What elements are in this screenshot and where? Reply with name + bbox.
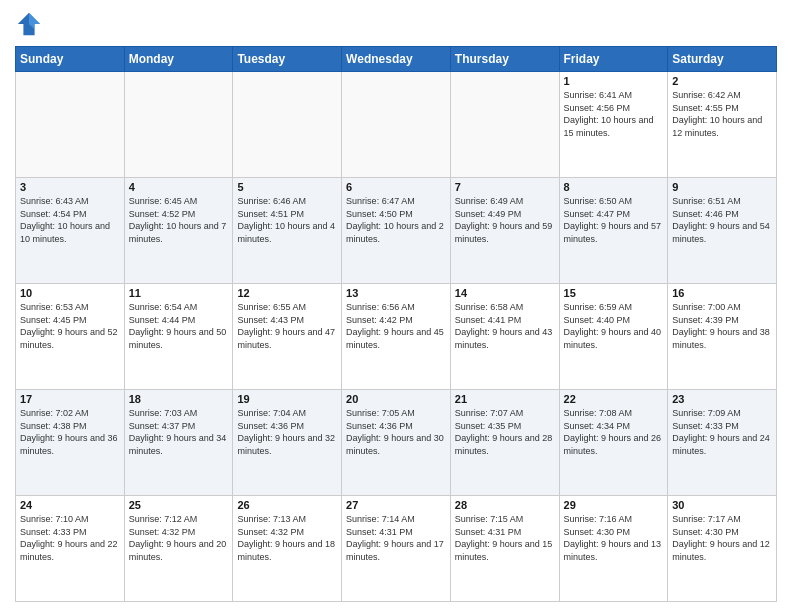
calendar-cell (233, 72, 342, 178)
day-info: Sunrise: 7:08 AM Sunset: 4:34 PM Dayligh… (564, 407, 664, 457)
calendar-cell: 7Sunrise: 6:49 AM Sunset: 4:49 PM Daylig… (450, 178, 559, 284)
day-info: Sunrise: 6:49 AM Sunset: 4:49 PM Dayligh… (455, 195, 555, 245)
calendar-cell: 26Sunrise: 7:13 AM Sunset: 4:32 PM Dayli… (233, 496, 342, 602)
day-number: 28 (455, 499, 555, 511)
day-number: 26 (237, 499, 337, 511)
calendar-cell: 22Sunrise: 7:08 AM Sunset: 4:34 PM Dayli… (559, 390, 668, 496)
calendar-cell: 30Sunrise: 7:17 AM Sunset: 4:30 PM Dayli… (668, 496, 777, 602)
day-info: Sunrise: 7:07 AM Sunset: 4:35 PM Dayligh… (455, 407, 555, 457)
calendar-cell (124, 72, 233, 178)
day-number: 6 (346, 181, 446, 193)
day-info: Sunrise: 7:17 AM Sunset: 4:30 PM Dayligh… (672, 513, 772, 563)
day-info: Sunrise: 6:46 AM Sunset: 4:51 PM Dayligh… (237, 195, 337, 245)
calendar-cell: 24Sunrise: 7:10 AM Sunset: 4:33 PM Dayli… (16, 496, 125, 602)
calendar-cell: 21Sunrise: 7:07 AM Sunset: 4:35 PM Dayli… (450, 390, 559, 496)
day-info: Sunrise: 6:43 AM Sunset: 4:54 PM Dayligh… (20, 195, 120, 245)
calendar-cell: 16Sunrise: 7:00 AM Sunset: 4:39 PM Dayli… (668, 284, 777, 390)
day-number: 19 (237, 393, 337, 405)
day-info: Sunrise: 7:00 AM Sunset: 4:39 PM Dayligh… (672, 301, 772, 351)
day-info: Sunrise: 7:14 AM Sunset: 4:31 PM Dayligh… (346, 513, 446, 563)
calendar-cell: 14Sunrise: 6:58 AM Sunset: 4:41 PM Dayli… (450, 284, 559, 390)
day-info: Sunrise: 7:16 AM Sunset: 4:30 PM Dayligh… (564, 513, 664, 563)
calendar-table: SundayMondayTuesdayWednesdayThursdayFrid… (15, 46, 777, 602)
calendar-cell: 4Sunrise: 6:45 AM Sunset: 4:52 PM Daylig… (124, 178, 233, 284)
calendar-cell (342, 72, 451, 178)
page: SundayMondayTuesdayWednesdayThursdayFrid… (0, 0, 792, 612)
calendar-cell: 11Sunrise: 6:54 AM Sunset: 4:44 PM Dayli… (124, 284, 233, 390)
calendar-body: 1Sunrise: 6:41 AM Sunset: 4:56 PM Daylig… (16, 72, 777, 602)
day-number: 20 (346, 393, 446, 405)
day-number: 4 (129, 181, 229, 193)
day-info: Sunrise: 7:09 AM Sunset: 4:33 PM Dayligh… (672, 407, 772, 457)
day-info: Sunrise: 6:59 AM Sunset: 4:40 PM Dayligh… (564, 301, 664, 351)
day-info: Sunrise: 7:15 AM Sunset: 4:31 PM Dayligh… (455, 513, 555, 563)
day-info: Sunrise: 6:47 AM Sunset: 4:50 PM Dayligh… (346, 195, 446, 245)
weekday-header-thursday: Thursday (450, 47, 559, 72)
calendar-cell: 19Sunrise: 7:04 AM Sunset: 4:36 PM Dayli… (233, 390, 342, 496)
calendar-cell: 12Sunrise: 6:55 AM Sunset: 4:43 PM Dayli… (233, 284, 342, 390)
calendar-cell: 28Sunrise: 7:15 AM Sunset: 4:31 PM Dayli… (450, 496, 559, 602)
weekday-header-sunday: Sunday (16, 47, 125, 72)
logo (15, 10, 47, 38)
day-number: 1 (564, 75, 664, 87)
day-info: Sunrise: 6:56 AM Sunset: 4:42 PM Dayligh… (346, 301, 446, 351)
day-number: 13 (346, 287, 446, 299)
calendar-cell: 18Sunrise: 7:03 AM Sunset: 4:37 PM Dayli… (124, 390, 233, 496)
weekday-header-monday: Monday (124, 47, 233, 72)
logo-icon (15, 10, 43, 38)
weekday-header-friday: Friday (559, 47, 668, 72)
calendar-cell: 17Sunrise: 7:02 AM Sunset: 4:38 PM Dayli… (16, 390, 125, 496)
calendar-cell: 13Sunrise: 6:56 AM Sunset: 4:42 PM Dayli… (342, 284, 451, 390)
day-number: 15 (564, 287, 664, 299)
day-info: Sunrise: 6:51 AM Sunset: 4:46 PM Dayligh… (672, 195, 772, 245)
day-number: 10 (20, 287, 120, 299)
calendar-cell (16, 72, 125, 178)
day-info: Sunrise: 6:41 AM Sunset: 4:56 PM Dayligh… (564, 89, 664, 139)
day-number: 14 (455, 287, 555, 299)
day-info: Sunrise: 6:54 AM Sunset: 4:44 PM Dayligh… (129, 301, 229, 351)
day-info: Sunrise: 7:10 AM Sunset: 4:33 PM Dayligh… (20, 513, 120, 563)
day-info: Sunrise: 6:45 AM Sunset: 4:52 PM Dayligh… (129, 195, 229, 245)
day-number: 18 (129, 393, 229, 405)
day-number: 23 (672, 393, 772, 405)
calendar-cell: 1Sunrise: 6:41 AM Sunset: 4:56 PM Daylig… (559, 72, 668, 178)
day-info: Sunrise: 6:53 AM Sunset: 4:45 PM Dayligh… (20, 301, 120, 351)
calendar-week-2: 10Sunrise: 6:53 AM Sunset: 4:45 PM Dayli… (16, 284, 777, 390)
calendar-week-3: 17Sunrise: 7:02 AM Sunset: 4:38 PM Dayli… (16, 390, 777, 496)
weekday-row: SundayMondayTuesdayWednesdayThursdayFrid… (16, 47, 777, 72)
calendar-cell: 20Sunrise: 7:05 AM Sunset: 4:36 PM Dayli… (342, 390, 451, 496)
calendar-cell: 10Sunrise: 6:53 AM Sunset: 4:45 PM Dayli… (16, 284, 125, 390)
calendar-cell: 3Sunrise: 6:43 AM Sunset: 4:54 PM Daylig… (16, 178, 125, 284)
weekday-header-saturday: Saturday (668, 47, 777, 72)
day-info: Sunrise: 7:02 AM Sunset: 4:38 PM Dayligh… (20, 407, 120, 457)
weekday-header-wednesday: Wednesday (342, 47, 451, 72)
day-number: 5 (237, 181, 337, 193)
day-number: 7 (455, 181, 555, 193)
calendar-cell (450, 72, 559, 178)
calendar-cell: 9Sunrise: 6:51 AM Sunset: 4:46 PM Daylig… (668, 178, 777, 284)
day-number: 12 (237, 287, 337, 299)
calendar-week-1: 3Sunrise: 6:43 AM Sunset: 4:54 PM Daylig… (16, 178, 777, 284)
calendar-cell: 8Sunrise: 6:50 AM Sunset: 4:47 PM Daylig… (559, 178, 668, 284)
day-info: Sunrise: 7:04 AM Sunset: 4:36 PM Dayligh… (237, 407, 337, 457)
day-info: Sunrise: 6:55 AM Sunset: 4:43 PM Dayligh… (237, 301, 337, 351)
weekday-header-tuesday: Tuesday (233, 47, 342, 72)
day-number: 24 (20, 499, 120, 511)
day-info: Sunrise: 7:12 AM Sunset: 4:32 PM Dayligh… (129, 513, 229, 563)
day-info: Sunrise: 6:42 AM Sunset: 4:55 PM Dayligh… (672, 89, 772, 139)
day-info: Sunrise: 6:58 AM Sunset: 4:41 PM Dayligh… (455, 301, 555, 351)
day-number: 3 (20, 181, 120, 193)
day-number: 2 (672, 75, 772, 87)
day-info: Sunrise: 6:50 AM Sunset: 4:47 PM Dayligh… (564, 195, 664, 245)
calendar-cell: 15Sunrise: 6:59 AM Sunset: 4:40 PM Dayli… (559, 284, 668, 390)
header (15, 10, 777, 38)
calendar-cell: 2Sunrise: 6:42 AM Sunset: 4:55 PM Daylig… (668, 72, 777, 178)
calendar-header: SundayMondayTuesdayWednesdayThursdayFrid… (16, 47, 777, 72)
calendar-cell: 27Sunrise: 7:14 AM Sunset: 4:31 PM Dayli… (342, 496, 451, 602)
calendar-cell: 6Sunrise: 6:47 AM Sunset: 4:50 PM Daylig… (342, 178, 451, 284)
day-info: Sunrise: 7:13 AM Sunset: 4:32 PM Dayligh… (237, 513, 337, 563)
day-number: 30 (672, 499, 772, 511)
day-number: 21 (455, 393, 555, 405)
calendar-week-4: 24Sunrise: 7:10 AM Sunset: 4:33 PM Dayli… (16, 496, 777, 602)
calendar-cell: 23Sunrise: 7:09 AM Sunset: 4:33 PM Dayli… (668, 390, 777, 496)
